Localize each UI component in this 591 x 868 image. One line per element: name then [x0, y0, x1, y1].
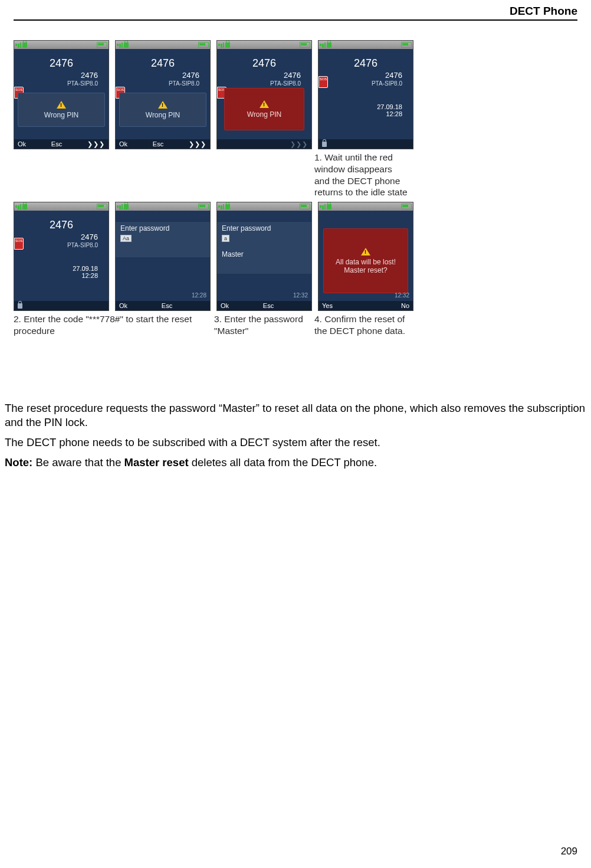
softkey-fwd[interactable]: ❯❯❯ — [189, 140, 206, 148]
paragraph-3: Note: Be aware that the Master reset del… — [5, 456, 586, 470]
lock-icon — [22, 42, 27, 48]
wrong-pin-dialog: Wrong PIN — [18, 93, 105, 127]
status-bar — [14, 202, 109, 211]
ptasip-label: PTA-SIP8.0 — [14, 80, 109, 87]
caption-step-3: 3. Enter the password "Master" — [214, 313, 308, 337]
caption-step-1: 1. Wait until the red window disappears … — [314, 152, 409, 198]
note-text-b: deletes all data from the DECT phone. — [189, 456, 377, 469]
signal-icon — [218, 42, 224, 48]
lock-icon — [124, 204, 129, 209]
time: 12:28 — [14, 272, 109, 279]
master-reset-label: Master reset — [124, 456, 189, 469]
battery-icon — [198, 204, 209, 209]
sos-icon: SOS — [319, 76, 328, 88]
battery-icon — [300, 204, 310, 209]
warning-icon — [361, 248, 370, 256]
reset-line2: Master reset? — [344, 266, 387, 274]
date: 27.09.18 — [14, 265, 109, 272]
signal-icon — [15, 42, 21, 48]
input-mode-indicator: Aa — [120, 235, 132, 242]
page-header-title: DECT Phone — [510, 5, 577, 18]
status-bar — [319, 41, 413, 49]
screen-r1c1-wrong-pin: 2476 2476 PTA-SIP8.0 SOS Wrong PIN Ok Es… — [14, 40, 109, 149]
softkey-esc[interactable]: Esc — [229, 302, 308, 309]
caption-step-4: 4. Confirm the reset of the DECT phone d… — [314, 313, 409, 337]
screen-r2c1-idle: 2476 2476 PTA-SIP8.0 27.09.18 12:28 SOS — [14, 202, 109, 311]
battery-icon — [401, 42, 412, 48]
screen-r2c3-enter-password-master: Enter password a Master 12:32 Ok Esc — [216, 202, 312, 311]
softkey-bar: Ok Esc ❯❯❯ — [116, 139, 210, 149]
screen-r1c2-wrong-pin: 2476 2476 PTA-SIP8.0 SOS Wrong PIN Ok Es… — [115, 40, 211, 149]
clock: 12:32 — [293, 292, 308, 299]
extension-small: 2476 — [14, 232, 109, 241]
password-title: Enter password — [222, 224, 307, 232]
signal-icon — [218, 204, 224, 209]
softkey-ok[interactable]: Ok — [18, 140, 26, 148]
lock-icon — [124, 42, 129, 48]
battery-icon — [97, 42, 107, 48]
home-body: 2476 2476 PTA-SIP8.0 27.09.18 12:28 — [14, 211, 109, 301]
screen-r2c2-enter-password: Enter password Aa 12:28 Ok Esc — [115, 202, 211, 311]
note-text-a: Be aware that the — [32, 456, 124, 469]
wrong-pin-text: Wrong PIN — [44, 111, 78, 119]
ptasip-label: PTA-SIP8.0 — [14, 242, 109, 248]
extension-small: 2476 — [14, 71, 109, 80]
input-mode-indicator: a — [222, 235, 229, 242]
sos-icon: SOS — [14, 238, 24, 250]
master-reset-dialog: All data will be lost! Master reset? — [323, 228, 408, 293]
keypad-lock-icon — [18, 303, 22, 309]
clock: 12:32 — [395, 292, 409, 299]
softkey-bar: ❯❯❯ — [217, 139, 311, 149]
softkey-no[interactable]: No — [401, 302, 409, 309]
password-value[interactable]: Master — [222, 250, 307, 258]
softkey-esc[interactable]: Esc — [127, 302, 206, 309]
softkey-bar: Ok Esc ❯❯❯ — [14, 139, 109, 149]
softkey-esc[interactable]: Esc — [127, 140, 189, 148]
status-bar — [217, 41, 311, 49]
reset-line1: All data will be lost! — [336, 258, 396, 266]
lock-icon — [327, 204, 331, 209]
body-text: The reset procedure requests the passwor… — [0, 401, 591, 476]
password-panel: Enter password Aa — [116, 221, 210, 258]
paragraph-1: The reset procedure requests the passwor… — [5, 401, 586, 430]
lock-icon — [327, 42, 331, 48]
softkey-esc[interactable]: Esc — [26, 140, 87, 148]
wrong-pin-text: Wrong PIN — [247, 110, 281, 119]
warning-icon — [260, 100, 269, 108]
softkey-yes[interactable]: Yes — [322, 302, 333, 309]
lock-icon — [22, 204, 27, 209]
extension-small: 2476 — [217, 71, 311, 80]
keypad-lock-icon — [322, 142, 327, 147]
screens-row-1: 2476 2476 PTA-SIP8.0 SOS Wrong PIN Ok Es… — [14, 40, 413, 149]
softkey-ok[interactable]: Ok — [221, 302, 229, 309]
screens-row-2: 2476 2476 PTA-SIP8.0 27.09.18 12:28 SOS … — [14, 202, 413, 311]
signal-icon — [320, 204, 326, 209]
password-title: Enter password — [120, 224, 205, 232]
extension-number: 2476 — [14, 219, 109, 231]
softkey-ok[interactable]: Ok — [119, 302, 127, 309]
home-body: 2476 2476 PTA-SIP8.0 27.09.18 12:28 — [319, 49, 413, 139]
ptasip-label: PTA-SIP8.0 — [217, 80, 311, 87]
signal-icon — [320, 42, 326, 48]
extension-small: 2476 — [116, 71, 210, 80]
softkey-bar: Ok Esc — [116, 301, 210, 310]
extension-number: 2476 — [14, 57, 109, 70]
page-number: 209 — [561, 846, 577, 857]
signal-icon — [15, 204, 21, 209]
ptasip-label: PTA-SIP8.0 — [319, 80, 413, 87]
screen-r2c4-master-reset-confirm: All data will be lost! Master reset? 12:… — [318, 202, 413, 311]
wrong-pin-text: Wrong PIN — [146, 111, 180, 119]
caption-step-2: 2. Enter the code "***778#" to start the… — [14, 313, 208, 337]
time: 12:28 — [319, 110, 413, 117]
lock-icon — [225, 42, 230, 48]
screen-r1c3-wrong-pin-red: 2476 2476 PTA-SIP8.0 SOS Wrong PIN ❯❯❯ — [216, 40, 312, 149]
softkey-ok[interactable]: Ok — [119, 140, 127, 148]
softkey-fwd[interactable]: ❯❯❯ — [290, 140, 308, 148]
battery-icon — [300, 42, 310, 48]
battery-icon — [401, 204, 412, 209]
status-bar — [319, 202, 413, 211]
softkey-fwd[interactable]: ❯❯❯ — [87, 140, 105, 148]
extension-number: 2476 — [319, 57, 413, 70]
softkey-bar — [14, 301, 109, 310]
wrong-pin-dialog: Wrong PIN — [119, 93, 206, 127]
